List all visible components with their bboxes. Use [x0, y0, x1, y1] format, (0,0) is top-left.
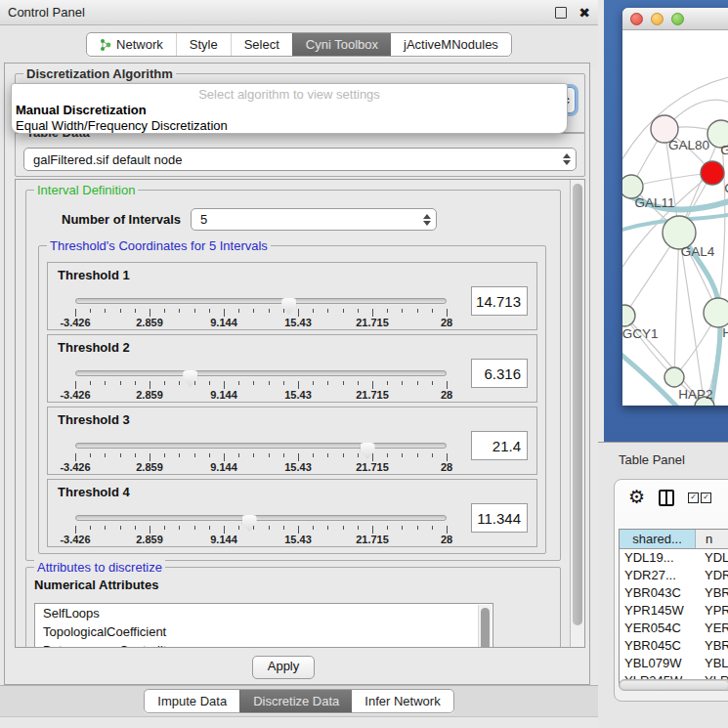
split-columns-icon[interactable] — [659, 490, 674, 506]
tab-impute-data[interactable]: Impute Data — [145, 690, 239, 712]
tick-mark — [150, 381, 150, 389]
column-header-shared-name[interactable]: shared... — [620, 530, 696, 548]
tick-label: 28 — [441, 389, 452, 401]
gear-icon[interactable]: ⚙ — [628, 488, 645, 507]
popup-option[interactable]: Equal Width/Frequency Discretization — [16, 118, 563, 134]
tick-mark — [283, 526, 284, 530]
threshold-slider[interactable]: -3.4262.8599.14415.4321.71528 — [75, 438, 447, 471]
table-cell: YDR27... — [620, 567, 695, 584]
threshold-slider[interactable]: -3.4262.8599.14415.4321.71528 — [75, 510, 447, 543]
tick-mark — [105, 381, 106, 385]
settings-vertical-scrollbar[interactable] — [570, 180, 584, 647]
tick-mark — [343, 381, 344, 385]
table-row[interactable]: YER054CYER0 — [620, 620, 728, 637]
table-horizontal-scrollbar[interactable] — [619, 679, 728, 691]
tick-mark — [343, 453, 344, 457]
tick-mark — [253, 381, 254, 385]
tick-mark — [75, 526, 76, 534]
combo-spinner-icon[interactable] — [558, 153, 576, 165]
tick-mark — [90, 381, 91, 385]
tab-network[interactable]: Network — [87, 33, 176, 56]
table-row[interactable]: YBL079WYBL0 — [620, 655, 728, 672]
tick-mark — [283, 453, 284, 457]
slider-track[interactable] — [75, 370, 447, 376]
tab-style[interactable]: Style — [176, 33, 231, 56]
tick-mark — [164, 309, 165, 313]
node-gcy1[interactable] — [622, 305, 635, 326]
tab-infer-network[interactable]: Infer Network — [352, 690, 452, 712]
close-icon[interactable]: ✖ — [578, 8, 590, 18]
tab-label: Style — [190, 37, 218, 52]
tab-jactivemnodules[interactable]: jActiveMNodules — [391, 33, 511, 56]
list-item[interactable]: SelfLoops — [35, 604, 492, 622]
float-window-icon[interactable] — [555, 7, 567, 19]
table-panel-toolbar: ⚙ ✓ ✓ — [628, 488, 711, 507]
threshold-slider[interactable]: -3.4262.8599.14415.4321.71528 — [75, 293, 447, 326]
numerical-attributes-list[interactable]: SelfLoopsTopologicalCoefficientBetweenne… — [34, 603, 493, 648]
close-traffic-light-icon[interactable] — [630, 13, 643, 25]
threshold-value-field[interactable]: 6.316 — [471, 359, 528, 388]
combo-spinner-icon[interactable] — [418, 214, 436, 226]
threshold-slider[interactable]: -3.4262.8599.14415.4321.71528 — [75, 365, 447, 399]
slider-track[interactable] — [75, 298, 447, 304]
attributes-scrollbar[interactable] — [478, 605, 492, 648]
tick-mark — [402, 453, 403, 457]
tick-mark — [135, 381, 136, 385]
tick-mark — [105, 453, 106, 457]
table-row[interactable]: YDR27...YDR2 — [620, 567, 728, 584]
table-row[interactable]: YDL19...YDL1 — [620, 549, 728, 567]
algorithm-dropdown-popup: Select algorithm to view settings Manual… — [11, 83, 568, 134]
apply-button[interactable]: Apply — [252, 656, 315, 679]
slider-track[interactable] — [75, 515, 447, 521]
checkbox-icons[interactable]: ✓ ✓ — [688, 492, 711, 503]
tick-mark — [105, 526, 106, 530]
slider-ticks — [75, 526, 447, 534]
table-row[interactable]: YBR043CYBR0 — [620, 584, 728, 602]
slider-tick-labels: -3.4262.8599.14415.4321.71528 — [75, 534, 447, 545]
tick-label: 21.715 — [356, 389, 389, 401]
popup-option[interactable]: Manual Discretization — [16, 103, 563, 118]
column-header-name[interactable]: n — [696, 530, 728, 548]
tick-mark — [194, 381, 195, 385]
node-table[interactable]: shared...nYDL19...YDL1YDR27...YDR2YBR043… — [619, 529, 728, 685]
table-data-combobox[interactable]: galFiltered.sif default node — [23, 148, 577, 171]
tick-mark — [402, 526, 403, 530]
table-row[interactable]: YBR045CYBR0 — [620, 637, 728, 655]
checkbox-icon[interactable]: ✓ — [688, 492, 699, 503]
tab-label: Discretize Data — [253, 694, 339, 708]
network-canvas[interactable]: GAL80GACGAL11GAL4GCY1HHAP2 — [622, 30, 728, 406]
node-red[interactable] — [701, 161, 724, 185]
tick-mark — [387, 309, 388, 313]
settings-scroll-area: Interval Definition Number of Intervals … — [15, 179, 585, 648]
tick-mark — [327, 381, 328, 385]
node-hap2[interactable] — [664, 367, 684, 387]
num-intervals-combobox[interactable]: 5 — [191, 208, 437, 231]
zoom-traffic-light-icon[interactable] — [671, 13, 684, 25]
tab-discretize-data[interactable]: Discretize Data — [239, 690, 352, 712]
slider-track[interactable] — [75, 443, 447, 449]
node-label: HAP2 — [678, 387, 712, 402]
list-item[interactable]: BetweennessCentrality — [35, 641, 492, 648]
tab-cyni-toolbox[interactable]: Cyni Toolbox — [292, 33, 391, 56]
table-cell: YBR0 — [695, 637, 728, 655]
tick-label: 2.859 — [136, 389, 163, 401]
tab-select[interactable]: Select — [231, 33, 292, 56]
list-item[interactable]: TopologicalCoefficient — [35, 622, 492, 641]
table-cell: YBR0 — [695, 584, 728, 602]
threshold-value-field[interactable]: 14.713 — [471, 286, 528, 316]
tick-mark — [194, 309, 195, 313]
tick-mark — [224, 453, 225, 461]
table-row[interactable]: YPR145WYPR1 — [620, 602, 728, 620]
threshold-value-field[interactable]: 21.4 — [471, 431, 528, 460]
node-right-mid[interactable] — [704, 298, 728, 327]
minimize-traffic-light-icon[interactable] — [651, 13, 664, 25]
tick-mark — [269, 526, 270, 530]
tick-mark — [179, 381, 180, 385]
tick-mark — [150, 526, 150, 534]
checkbox-icon[interactable]: ✓ — [701, 492, 711, 503]
slider-ticks — [75, 309, 447, 317]
tick-label: 9.144 — [210, 317, 237, 328]
network-icon — [100, 38, 111, 52]
threshold-value-field[interactable]: 11.344 — [471, 503, 528, 533]
tick-mark — [75, 381, 76, 389]
